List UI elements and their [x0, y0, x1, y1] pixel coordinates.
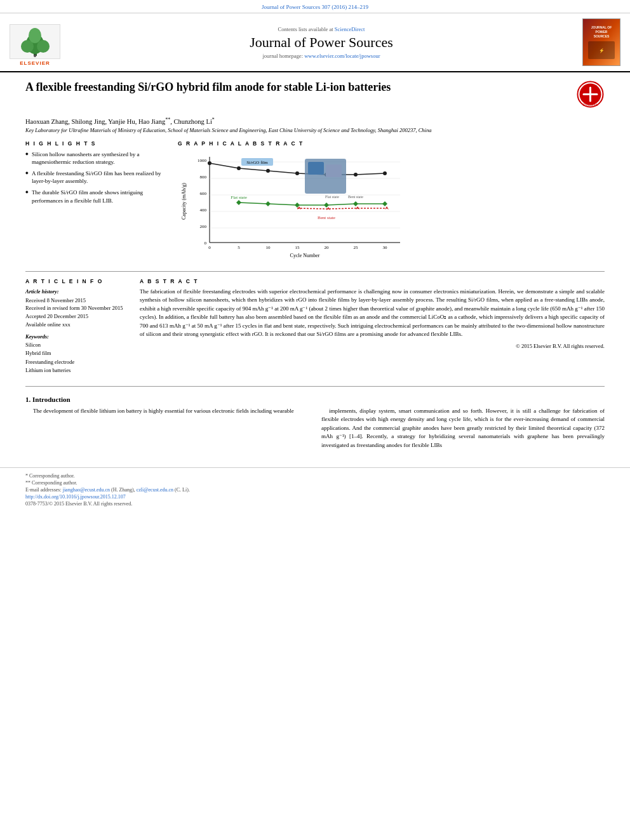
intro-right-col: implements, display system, smart commun… [321, 407, 605, 450]
svg-marker-58 [385, 206, 389, 210]
journal-homepage-link[interactable]: www.elsevier.com/locate/jpowsour [304, 53, 380, 59]
authors-line: Haoxuan Zhang, Shilong Jing, Yanjie Hu, … [25, 116, 605, 125]
svg-text:0: 0 [208, 245, 211, 250]
svg-rect-61 [308, 162, 324, 175]
highlights-col: H I G H L I G H T S Silicon hollow nanos… [25, 140, 165, 265]
sciencedirect-link[interactable]: ScienceDirect [335, 26, 365, 32]
keyword-4: Lithium ion batteries [25, 366, 127, 375]
svg-text:10: 10 [266, 245, 271, 250]
highlight-item-3: The durable Si/rGO film anode shows intr… [25, 189, 165, 204]
svg-text:200: 200 [200, 224, 207, 229]
svg-point-4 [29, 28, 41, 43]
svg-text:Flat state: Flat state [325, 195, 339, 199]
keyword-3: Freestanding electrode [25, 358, 127, 367]
intro-right-text: implements, display system, smart commun… [321, 407, 605, 450]
elsevier-tree-icon [11, 26, 59, 58]
email-link-2[interactable]: czli@ecust.edu.cn [137, 487, 173, 493]
keyword-2: Hybrid film [25, 349, 127, 358]
article-info-header: A R T I C L E I N F O [25, 278, 127, 284]
elsevier-brand-text: ELSEVIER [20, 60, 50, 66]
article-history-group: Article history: Received 8 November 201… [25, 288, 127, 329]
svg-text:SOURCES: SOURCES [594, 34, 610, 38]
svg-text:Si/rGO film: Si/rGO film [246, 160, 268, 165]
svg-text:⚡: ⚡ [599, 48, 605, 53]
svg-text:15: 15 [295, 245, 300, 250]
received-revised-date: Received in revised form 30 November 201… [25, 304, 127, 312]
abstract-text: The fabrication of flexible freestanding… [140, 288, 605, 339]
journal-title: Journal of Power Sources [250, 34, 392, 51]
intro-title: 1. Introduction [25, 396, 605, 403]
intro-left-text: The development of flexible lithium ion … [25, 407, 309, 416]
email-name-2: (C. Li). [175, 487, 190, 493]
svg-text:600: 600 [200, 191, 207, 196]
journal-citation: Journal of Power Sources 307 (2016) 214–… [262, 4, 368, 10]
svg-text:CrossMark: CrossMark [582, 103, 598, 107]
section-divider-1 [25, 271, 605, 272]
doi-link: http://dx.doi.org/10.1016/j.jpowsour.201… [25, 494, 605, 500]
highlight-item-2: A flexible freestanding Si/rGO film has … [25, 170, 165, 185]
svg-text:POWER: POWER [596, 30, 608, 34]
article-info-abstract-section: A R T I C L E I N F O Article history: R… [25, 278, 605, 380]
available-online: Available online xxx [25, 321, 127, 329]
page-footer: * Corresponding author. ** Corresponding… [0, 467, 630, 507]
svg-text:30: 30 [383, 245, 388, 250]
crossmark-icon: CrossMark [576, 80, 605, 109]
accepted-date: Accepted 20 December 2015 [25, 312, 127, 321]
highlight-item-1: Silicon hollow nanosheets are synthesize… [25, 150, 165, 166]
journal-cover-image: JOURNAL OF POWER SOURCES ⚡ [579, 18, 624, 66]
svg-text:800: 800 [200, 175, 207, 180]
affiliation: Key Laboratory for Ultrafine Materials o… [25, 127, 605, 134]
svg-point-5 [34, 55, 36, 57]
svg-text:0: 0 [204, 241, 207, 246]
contents-availability: Contents lists available at ScienceDirec… [278, 26, 365, 32]
svg-text:400: 400 [200, 208, 207, 213]
abstract-header: A B S T R A C T [140, 278, 605, 284]
journal-header: ELSEVIER Contents lists available at Sci… [0, 13, 630, 72]
highlights-list: Silicon hollow nanosheets are synthesize… [25, 150, 165, 205]
corresponding-author-2: ** Corresponding author. [25, 480, 605, 486]
corresponding-author-1: * Corresponding author. [25, 473, 605, 479]
issn-line: 0378-7753/© 2015 Elsevier B.V. All right… [25, 501, 605, 507]
history-label: Article history: [25, 288, 127, 295]
svg-text:Flat state: Flat state [231, 195, 246, 200]
elsevier-logo-area: ELSEVIER [6, 18, 64, 66]
article-body: A flexible freestanding Si/rGO hybrid fi… [0, 72, 630, 457]
svg-rect-62 [326, 164, 342, 177]
author-names: Haoxuan Zhang, Shilong Jing, Yanjie Hu, … [25, 118, 215, 125]
doi-anchor[interactable]: http://dx.doi.org/10.1016/j.jpowsour.201… [25, 494, 126, 500]
article-title-section: A flexible freestanding Si/rGO hybrid fi… [25, 80, 605, 111]
intro-left-col: The development of flexible lithium ion … [25, 407, 309, 450]
svg-text:1000: 1000 [198, 158, 207, 163]
svg-text:Capacity (mAh/g): Capacity (mAh/g) [181, 182, 187, 219]
elsevier-logo-box [10, 24, 60, 59]
email-label: E-mail addresses: [25, 487, 62, 493]
journal-homepage-line: journal homepage: www.elsevier.com/locat… [263, 53, 380, 59]
svg-text:25: 25 [354, 245, 359, 250]
copyright-notice: © 2015 Elsevier B.V. All rights reserved… [140, 343, 605, 349]
page: Journal of Power Sources 307 (2016) 214–… [0, 0, 630, 840]
svg-text:Cycle Number: Cycle Number [290, 253, 320, 258]
graphical-abstract-header: G R A P H I C A L A B S T R A C T [178, 140, 605, 147]
keywords-label: Keywords: [25, 333, 127, 340]
graphical-abstract-chart: 0 200 400 600 800 1000 0 [178, 150, 605, 265]
svg-text:Bent state: Bent state [348, 195, 363, 199]
keywords-group: Keywords: Silicon Hybrid film Freestandi… [25, 333, 127, 375]
svg-text:JOURNAL OF: JOURNAL OF [591, 25, 612, 29]
highlights-graphical-section: H I G H L I G H T S Silicon hollow nanos… [25, 140, 605, 265]
cover-art-svg: JOURNAL OF POWER SOURCES ⚡ [583, 19, 620, 65]
graphical-abstract-col: G R A P H I C A L A B S T R A C T 0 200 … [178, 140, 605, 265]
received-date: Received 8 November 2015 [25, 297, 127, 305]
journal-citation-banner: Journal of Power Sources 307 (2016) 214–… [0, 0, 630, 13]
svg-point-3 [37, 40, 50, 53]
crossmark-badge: CrossMark [576, 80, 605, 109]
section-divider-2 [25, 386, 605, 387]
highlights-header: H I G H L I G H T S [25, 140, 165, 147]
footer-notes: * Corresponding author. ** Corresponding… [0, 473, 630, 507]
svg-text:Bent state: Bent state [318, 215, 335, 220]
graphical-abstract-svg: 0 200 400 600 800 1000 0 [178, 150, 419, 258]
journal-center: Contents lists available at ScienceDirec… [69, 18, 574, 66]
introduction-text-columns: The development of flexible lithium ion … [25, 407, 605, 450]
email-link-1[interactable]: jianghao@ecust.edu.cn [63, 487, 110, 493]
cover-thumbnail: JOURNAL OF POWER SOURCES ⚡ [582, 18, 620, 66]
article-info: A R T I C L E I N F O Article history: R… [25, 278, 127, 380]
